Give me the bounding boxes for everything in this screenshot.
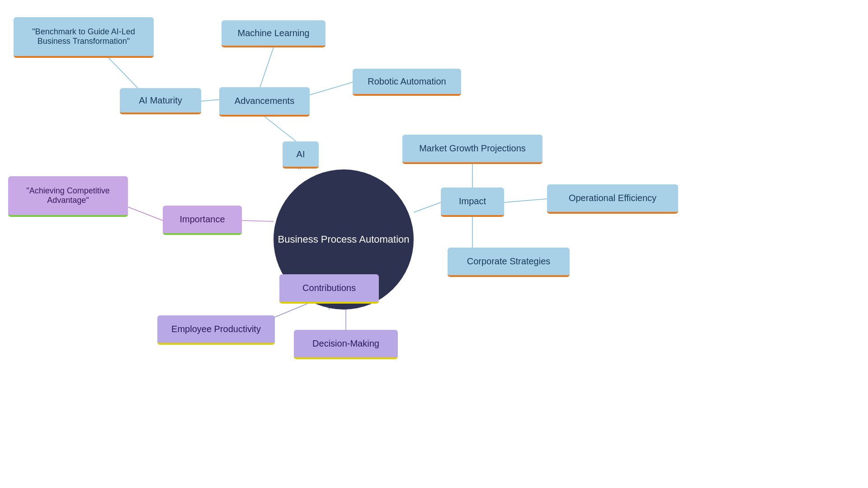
ai-maturity-node[interactable]: AI Maturity (120, 88, 201, 114)
svg-line-9 (504, 199, 547, 202)
corporate-strategies-node[interactable]: Corporate Strategies (448, 248, 570, 277)
svg-line-12 (128, 207, 163, 221)
operational-efficiency-node[interactable]: Operational Efficiency (547, 184, 678, 214)
ai-node[interactable]: AI (283, 141, 319, 169)
robotic-automation-node[interactable]: Robotic Automation (353, 69, 461, 96)
contributions-node[interactable]: Contributions (279, 274, 379, 304)
svg-line-7 (414, 202, 441, 212)
benchmark-node[interactable]: "Benchmark to Guide AI-Led Business Tran… (14, 17, 154, 58)
importance-node[interactable]: Importance (163, 206, 242, 235)
svg-line-6 (108, 58, 138, 88)
svg-line-11 (242, 221, 274, 221)
svg-line-5 (310, 82, 353, 95)
market-growth-node[interactable]: Market Growth Projections (402, 135, 542, 164)
svg-line-2 (264, 117, 296, 141)
impact-node[interactable]: Impact (441, 188, 504, 217)
decision-making-node[interactable]: Decision-Making (294, 330, 398, 359)
advancements-node[interactable]: Advancements (219, 87, 310, 117)
svg-line-4 (201, 99, 222, 101)
achieving-node[interactable]: "Achieving Competitive Advantage" (8, 176, 128, 217)
employee-productivity-node[interactable]: Employee Productivity (157, 315, 275, 345)
machine-learning-node[interactable]: Machine Learning (222, 20, 326, 47)
svg-line-3 (260, 47, 274, 87)
